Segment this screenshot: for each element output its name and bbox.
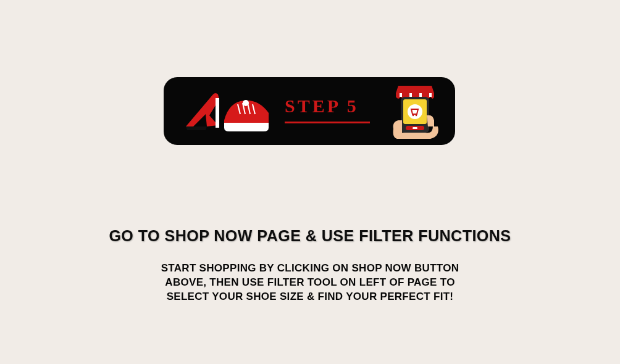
body-text: Start shopping by clicking on Shop Now b… [148, 261, 472, 304]
step-label: STEP 5 [285, 96, 359, 117]
shopping-app-icon [387, 85, 443, 139]
svg-point-1 [243, 100, 249, 106]
svg-point-7 [416, 115, 417, 117]
shoes-icon [185, 91, 271, 135]
svg-point-6 [413, 115, 414, 117]
svg-rect-0 [216, 98, 219, 128]
svg-rect-9 [413, 127, 417, 129]
step-banner: STEP 5 [164, 77, 455, 145]
heading: Go to Shop Now Page & Use Filter Functio… [0, 227, 620, 245]
svg-point-5 [408, 104, 422, 119]
step-underline [285, 122, 370, 123]
